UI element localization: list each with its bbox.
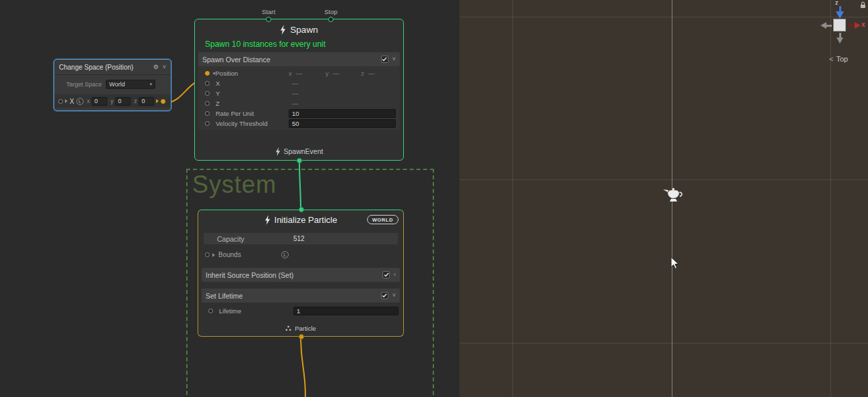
rate-per-unit-port[interactable] [205, 111, 210, 116]
gizmo-z-axis-cone[interactable] [836, 11, 844, 19]
gear-icon[interactable]: ⚙ [153, 64, 159, 70]
block-enabled-checkbox[interactable] [381, 56, 388, 63]
z-value[interactable]: — [292, 100, 299, 107]
position-port[interactable] [205, 71, 210, 76]
velocity-threshold-port[interactable] [205, 121, 210, 126]
lock-icon[interactable] [860, 1, 866, 9]
gizmo-center-cube[interactable] [833, 19, 846, 31]
lifetime-field[interactable]: 1 [293, 307, 399, 315]
world-space-badge[interactable]: WORLD [367, 215, 399, 224]
y-row: Y — [198, 88, 400, 98]
x-port-label: X [70, 98, 74, 105]
expand-triangle-icon[interactable] [212, 253, 215, 257]
axis-y-label: y [111, 98, 113, 104]
lightning-icon [275, 147, 281, 156]
check-icon [382, 293, 387, 298]
chevron-left-icon[interactable]: ‹ [394, 272, 396, 278]
set-lifetime-header[interactable]: Set Lifetime ˅ [202, 289, 400, 303]
target-space-dropdown[interactable]: World ▾ [106, 80, 155, 89]
velocity-threshold-label: Velocity Threshold [216, 120, 267, 127]
change-space-output-port[interactable] [161, 99, 165, 104]
x-input-port[interactable] [58, 99, 63, 104]
spawn-output-label: SpawnEvent [284, 147, 323, 155]
spawn-stop-port[interactable] [328, 17, 334, 22]
capacity-field[interactable]: 512 [293, 235, 305, 242]
initialize-input-port[interactable] [299, 207, 304, 212]
axis-z-field[interactable]: 0 [139, 97, 154, 106]
spawn-output-port[interactable] [297, 158, 302, 163]
spawn-stop-label: Stop [314, 8, 348, 15]
y-value[interactable]: — [292, 90, 299, 97]
block-enabled-checkbox[interactable] [382, 271, 390, 279]
local-space-icon[interactable]: L [281, 251, 289, 258]
spawn-start-port[interactable] [266, 17, 271, 22]
change-space-title: Change Space (Position) [59, 64, 153, 71]
y-port[interactable] [205, 91, 210, 96]
y-label: Y [216, 90, 220, 97]
axis-y-field[interactable]: 0 [115, 97, 131, 106]
rate-per-unit-field[interactable]: 10 [289, 109, 396, 118]
z-port[interactable] [205, 101, 210, 106]
change-space-input-row: X L x 0 y 0 z 0 [54, 94, 171, 108]
rate-per-unit-row: Rate Per Unit 10 [198, 108, 400, 118]
velocity-threshold-row: Velocity Threshold 50 [198, 118, 400, 129]
axis-x-field[interactable]: 0 [92, 97, 107, 106]
x-value[interactable]: — [292, 80, 299, 87]
gizmo-neg-x-cone[interactable] [820, 22, 826, 29]
change-space-node[interactable]: Change Space (Position) ⚙ ˅ Target Space… [54, 59, 171, 111]
spawn-node[interactable]: Start Stop Spawn Spawn 10 instances for … [194, 19, 404, 161]
block-title: Set Lifetime [206, 292, 381, 300]
pos-y-value[interactable]: — [333, 70, 340, 77]
x-port[interactable] [205, 81, 210, 86]
check-icon [382, 57, 387, 62]
vfx-gizmo-icon[interactable] [661, 182, 685, 205]
z-label: Z [216, 100, 220, 107]
spawn-over-distance-header[interactable]: Spawn Over Distance ˅ [198, 52, 400, 66]
grid-line [459, 343, 868, 343]
local-space-icon[interactable]: L [76, 98, 84, 105]
inherit-source-position-header[interactable]: Inherit Source Position (Set) ‹ [202, 268, 400, 282]
system-group-label: System [192, 171, 277, 199]
bounds-port[interactable] [205, 252, 210, 257]
initialize-output-label: Particle [295, 325, 316, 332]
spawn-over-distance-block: Spawn Over Distance ˅ ▾ Position x — [198, 52, 400, 130]
spawn-block-rows: ▾ Position x — y — z — [198, 66, 400, 130]
capacity-label: Capacity [204, 235, 244, 243]
gizmo-neg-x-shaft[interactable] [826, 25, 832, 27]
lifetime-port[interactable] [208, 309, 213, 313]
scene-view[interactable]: z x < Top [459, 0, 868, 397]
initialize-output-port[interactable] [299, 334, 304, 339]
change-space-body: Target Space World ▾ X L x 0 y 0 z 0 [54, 74, 171, 108]
position-label: Position [216, 70, 238, 77]
bounds-row: Bounds L [198, 250, 403, 260]
initialize-particle-node[interactable]: Initialize Particle WORLD Capacity 512 B… [198, 210, 404, 337]
x-label: X [216, 80, 220, 87]
pos-y-letter: y [326, 70, 329, 77]
chevron-down-icon[interactable]: ˅ [392, 293, 396, 299]
gizmo-y-axis-cone[interactable] [837, 37, 843, 44]
chevron-down-icon[interactable]: ˅ [163, 64, 166, 70]
block-enabled-checkbox[interactable] [381, 292, 388, 299]
spawn-header[interactable]: Spawn [195, 19, 403, 39]
spawn-title: Spawn [290, 25, 317, 35]
velocity-threshold-field[interactable]: 50 [289, 119, 396, 128]
grid-line [459, 179, 868, 180]
mouse-cursor [670, 256, 680, 270]
target-space-value: World [109, 81, 125, 88]
particle-icon [285, 325, 291, 331]
rate-per-unit-label: Rate Per Unit [216, 110, 254, 117]
pos-z-value[interactable]: — [368, 70, 375, 77]
expand-triangle-icon[interactable] [65, 99, 68, 103]
change-space-header[interactable]: Change Space (Position) ⚙ ˅ [54, 60, 171, 74]
pos-x-value[interactable]: — [296, 70, 303, 77]
vfx-graph-window: System Change Space (Position) ⚙ ˅ Targe… [0, 0, 868, 397]
block-title: Inherit Source Position (Set) [206, 271, 382, 279]
chevron-down-icon[interactable]: ˅ [392, 56, 396, 62]
view-orientation-button[interactable]: < Top [829, 55, 848, 63]
position-row: ▾ Position x — y — z — [198, 68, 400, 78]
check-icon [384, 272, 389, 277]
output-triangle-icon [156, 99, 159, 103]
pos-x-letter: x [289, 70, 292, 77]
grid-line [512, 0, 513, 397]
gizmo-x-axis-cone[interactable] [855, 22, 861, 29]
